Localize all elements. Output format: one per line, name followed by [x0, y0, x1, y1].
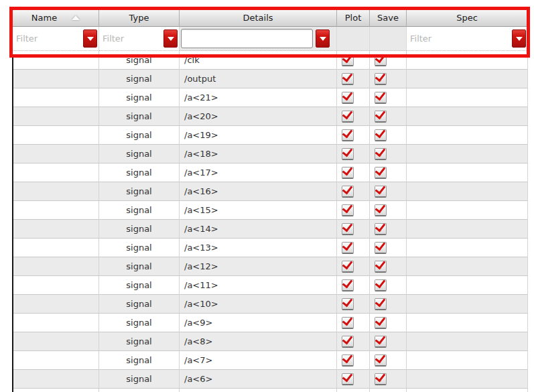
plot-checkbox[interactable] [342, 373, 354, 385]
column-header-save[interactable]: Save [370, 9, 407, 27]
save-cell [370, 145, 407, 164]
save-checkbox[interactable] [375, 373, 387, 385]
save-checkbox[interactable] [375, 204, 387, 216]
details-cell: /a<9> [180, 314, 337, 332]
spec-cell [407, 145, 528, 164]
table-row[interactable]: signal /a<16> [13, 182, 528, 201]
table-row[interactable]: signal /output [13, 70, 528, 88]
plot-checkbox[interactable] [342, 129, 354, 141]
table-row[interactable]: signal /a<10> [13, 295, 528, 314]
save-checkbox[interactable] [375, 317, 387, 329]
plot-checkbox[interactable] [342, 73, 354, 85]
plot-checkbox[interactable] [342, 111, 354, 123]
table-row-partial [13, 389, 528, 392]
save-checkbox[interactable] [375, 73, 387, 85]
column-header-name[interactable]: Name [13, 9, 99, 27]
table-row[interactable]: signal /clk [13, 51, 528, 70]
table-row[interactable]: signal /a<13> [13, 239, 528, 257]
name-cell [13, 126, 99, 145]
plot-checkbox[interactable] [342, 148, 354, 160]
plot-checkbox[interactable] [342, 317, 354, 329]
details-filter-cell [180, 27, 337, 51]
plot-cell [337, 201, 370, 220]
red-checkmark-icon [375, 108, 386, 119]
column-header-details[interactable]: Details [180, 9, 337, 27]
name-cell [13, 239, 99, 257]
details-cell: /a<8> [180, 332, 337, 351]
type-filter-cell [99, 27, 180, 51]
details-filter-dropdown-button[interactable] [316, 29, 330, 48]
chevron-down-icon [168, 37, 174, 41]
plot-checkbox[interactable] [342, 223, 354, 235]
chevron-down-icon [87, 37, 94, 41]
name-cell [13, 145, 99, 164]
column-header-type[interactable]: Type [99, 9, 180, 27]
save-checkbox[interactable] [375, 279, 387, 291]
save-checkbox[interactable] [375, 336, 387, 348]
plot-checkbox[interactable] [342, 242, 354, 254]
plot-checkbox[interactable] [342, 186, 354, 198]
plot-cell [337, 51, 370, 70]
spec-filter-input[interactable] [407, 27, 510, 50]
table-row[interactable]: signal /a<12> [13, 257, 528, 276]
details-filter-input[interactable] [182, 29, 312, 48]
save-cell [370, 332, 407, 351]
table-row[interactable]: signal /a<19> [13, 126, 528, 145]
plot-cell [337, 70, 370, 88]
table-row[interactable]: signal /a<15> [13, 201, 528, 220]
column-header-plot-label: Plot [345, 13, 362, 23]
save-cell [370, 351, 407, 370]
plot-checkbox[interactable] [342, 279, 354, 291]
plot-cell [337, 220, 370, 239]
plot-checkbox[interactable] [342, 336, 354, 348]
save-checkbox[interactable] [375, 148, 387, 160]
table-row[interactable]: signal /a<11> [13, 276, 528, 295]
type-cell: signal [99, 370, 180, 389]
spec-filter-dropdown-button[interactable] [512, 29, 526, 48]
name-filter-input[interactable] [13, 27, 81, 50]
save-checkbox[interactable] [375, 129, 387, 141]
details-cell: /a<19> [180, 126, 337, 145]
column-header-spec[interactable]: Spec [407, 9, 528, 27]
type-filter-dropdown-button[interactable] [163, 29, 178, 48]
table-row[interactable]: signal /a<21> [13, 88, 528, 107]
plot-checkbox[interactable] [342, 261, 354, 273]
table-row[interactable]: signal /a<20> [13, 107, 528, 126]
spec-cell [407, 182, 528, 201]
plot-checkbox[interactable] [342, 54, 354, 66]
save-checkbox[interactable] [375, 111, 387, 123]
save-checkbox[interactable] [375, 92, 387, 104]
save-checkbox[interactable] [375, 298, 387, 310]
save-checkbox[interactable] [375, 167, 387, 179]
table-row[interactable]: signal /a<6> [13, 370, 528, 389]
table-row[interactable]: signal /a<9> [13, 314, 528, 332]
plot-checkbox[interactable] [342, 298, 354, 310]
red-checkmark-icon [342, 164, 353, 176]
plot-checkbox[interactable] [342, 167, 354, 179]
plot-checkbox[interactable] [342, 92, 354, 104]
details-cell: /a<7> [180, 351, 337, 370]
save-cell [370, 257, 407, 276]
save-checkbox[interactable] [375, 242, 387, 254]
name-filter-dropdown-button[interactable] [83, 29, 97, 48]
red-checkmark-icon [375, 127, 386, 138]
save-cell [370, 88, 407, 107]
type-filter-input[interactable] [99, 27, 161, 50]
save-checkbox[interactable] [375, 186, 387, 198]
table-row[interactable]: signal /a<7> [13, 351, 528, 370]
column-header-plot[interactable]: Plot [337, 9, 370, 27]
table-row[interactable]: signal /a<18> [13, 145, 528, 164]
table-row[interactable]: signal /a<8> [13, 332, 528, 351]
save-checkbox[interactable] [375, 261, 387, 273]
type-cell: signal [99, 107, 180, 126]
red-checkmark-icon [342, 202, 353, 213]
table-row[interactable]: signal /a<14> [13, 220, 528, 239]
table-row[interactable]: signal /a<17> [13, 164, 528, 182]
save-checkbox[interactable] [375, 223, 387, 235]
plot-checkbox[interactable] [342, 354, 354, 367]
save-checkbox[interactable] [375, 54, 387, 66]
spec-cell [407, 257, 528, 276]
save-checkbox[interactable] [375, 354, 387, 367]
plot-checkbox[interactable] [342, 204, 354, 216]
spec-cell [407, 70, 528, 88]
